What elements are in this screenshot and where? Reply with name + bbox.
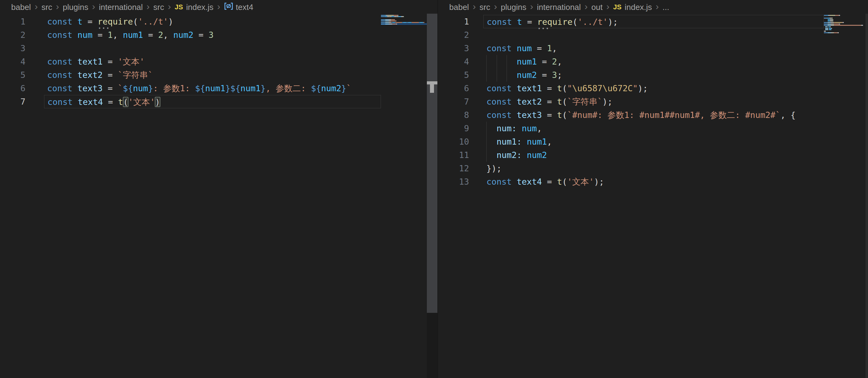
- breadcrumb-item-international[interactable]: international: [99, 2, 143, 12]
- token: num2: [173, 30, 193, 40]
- line-number: 5: [0, 68, 44, 82]
- token: num: [517, 43, 532, 53]
- code-line[interactable]: 5const text2 = `字符串`: [0, 68, 381, 82]
- breadcrumb-label: international: [99, 2, 143, 12]
- token: =: [532, 43, 547, 53]
- code-line[interactable]: 1const t = require•••('../t');: [438, 15, 824, 28]
- matched-bracket: (: [123, 97, 128, 107]
- code-line-text: const text2 = `字符串`: [44, 68, 381, 82]
- token: =: [103, 97, 118, 107]
- line-number: 13: [438, 175, 483, 188]
- code-line[interactable]: 13const text4 = t('文本');: [438, 175, 824, 188]
- token: num1:: [497, 137, 522, 146]
- code-line[interactable]: 10 num1: num1,: [438, 135, 824, 148]
- token: =: [103, 70, 118, 80]
- code-line[interactable]: 2const num = 1, num1 = 2, num2 = 3: [0, 28, 381, 41]
- editor-pane-output: babel›src›plugins›international›out›JSin…: [438, 0, 868, 378]
- token: [487, 137, 497, 146]
- token: [487, 150, 497, 160]
- code-line[interactable]: 8const text3 = t(`#num#: 参数1: #num1##num…: [438, 108, 824, 122]
- scrollbar-track[interactable]: [427, 13, 437, 378]
- breadcrumb-item-international[interactable]: international: [537, 2, 581, 12]
- code-line-text: [483, 28, 824, 41]
- code-line[interactable]: 9 num: num,: [438, 122, 824, 135]
- code-line[interactable]: 4 num1 = 2,: [438, 55, 824, 68]
- breadcrumb-item-out[interactable]: out: [591, 2, 602, 12]
- scrollbar-thumb[interactable]: [427, 13, 437, 313]
- breadcrumb-item-text4[interactable]: text4: [224, 2, 253, 13]
- code-line[interactable]: 6const text3 = `${num}: 参数1: ${num1}${nu…: [0, 82, 381, 95]
- code-line-text: const num = 1, num1 = 2, num2 = 3: [44, 28, 381, 41]
- code-line-text: const num = 1,: [483, 41, 824, 55]
- token: const: [487, 17, 517, 27]
- token: num1: [241, 84, 260, 93]
- token: ): [168, 17, 173, 26]
- token: ;: [557, 70, 562, 80]
- token: text4: [517, 177, 542, 186]
- token: =: [103, 84, 118, 93]
- line-number: 8: [438, 108, 483, 122]
- token: : 参数1:: [153, 84, 195, 93]
- code-line[interactable]: 7const text2 = t(`字符串`);: [438, 95, 824, 108]
- code-editor[interactable]: 1const t = require•••('../t');23const nu…: [438, 15, 824, 188]
- scrollbar-track[interactable]: [866, 13, 868, 378]
- breadcrumb-item-plugins[interactable]: plugins: [63, 2, 88, 12]
- breadcrumb-label: plugins: [501, 2, 526, 12]
- breadcrumb-item-indexjs[interactable]: JSindex.js: [175, 2, 213, 12]
- token: const: [487, 110, 517, 120]
- breadcrumb-item-babel[interactable]: babel: [11, 2, 31, 12]
- token: =: [103, 57, 118, 66]
- breadcrumb-item-plugins[interactable]: plugins: [501, 2, 526, 12]
- code-line[interactable]: 1const t = require•••('../t'): [0, 15, 381, 28]
- token: num1: [123, 30, 143, 40]
- token: ;: [643, 84, 648, 93]
- chevron-right-icon: ›: [656, 2, 659, 11]
- token: [487, 57, 517, 66]
- breadcrumb-item-babel[interactable]: babel: [449, 2, 469, 12]
- token: =: [92, 30, 107, 40]
- breadcrumb-item-src[interactable]: src: [153, 2, 164, 12]
- code-line-text: const text3 = t(`#num#: 参数1: #num1##num1…: [483, 108, 824, 122]
- token: ": [567, 84, 572, 93]
- token: '文本': [118, 57, 145, 66]
- code-line[interactable]: 6const text1 = t("\u6587\u672C");: [438, 82, 824, 95]
- token: require•••: [537, 17, 573, 27]
- token: num1: [517, 57, 537, 66]
- code-line[interactable]: 3: [0, 41, 381, 55]
- breadcrumb-item-src[interactable]: src: [479, 2, 491, 12]
- line-number: 2: [438, 28, 483, 41]
- code-line[interactable]: 12});: [438, 162, 824, 175]
- breadcrumb-label: text4: [236, 2, 253, 12]
- breadcrumb-item-indexjs[interactable]: JSindex.js: [613, 2, 652, 12]
- code-line-text: const t = require•••('../t'): [44, 15, 381, 28]
- token: text1: [78, 57, 103, 66]
- line-number: 7: [438, 95, 483, 108]
- text-cursor-pointer: [427, 81, 437, 93]
- token: text3: [517, 110, 542, 120]
- token: (: [562, 177, 567, 186]
- token: ${: [311, 84, 321, 93]
- minimap[interactable]: [824, 14, 866, 33]
- code-line-text: const text1 = t("\u6587\u672C");: [483, 82, 824, 95]
- token: \u672C: [602, 84, 633, 93]
- line-number: 10: [438, 135, 483, 148]
- breadcrumb-item-src[interactable]: src: [41, 2, 53, 12]
- code-editor[interactable]: 1const t = require•••('../t')2const num …: [0, 15, 381, 108]
- token: const: [487, 177, 517, 186]
- token: ,: [547, 137, 552, 146]
- token: }: [225, 84, 230, 93]
- minimap[interactable]: [381, 14, 427, 25]
- code-line[interactable]: 2: [438, 28, 824, 41]
- token: t: [557, 110, 562, 120]
- code-line[interactable]: 4const text1 = '文本': [0, 55, 381, 68]
- code-line[interactable]: 5 num2 = 3;: [438, 68, 824, 82]
- breadcrumb-item-[interactable]: ...: [663, 2, 670, 12]
- code-line[interactable]: 11 num2: num2: [438, 148, 824, 162]
- code-line[interactable]: 7const text4 = t('文本'): [0, 95, 381, 108]
- token: text3: [78, 84, 103, 93]
- token: });: [487, 164, 502, 173]
- chevron-right-icon: ›: [168, 2, 171, 11]
- token: [522, 150, 527, 160]
- code-line[interactable]: 3const num = 1,: [438, 41, 824, 55]
- code-line-text: const text3 = `${num}: 参数1: ${num1}${num…: [44, 82, 381, 95]
